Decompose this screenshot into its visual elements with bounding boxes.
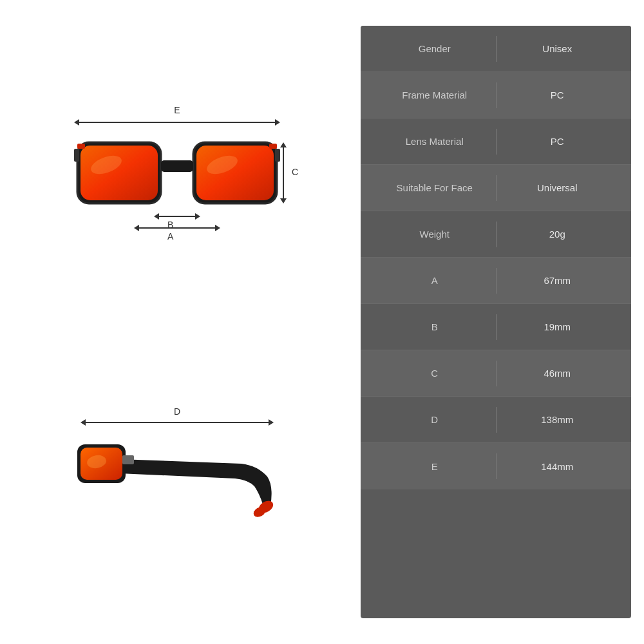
arrow-left-b xyxy=(154,213,159,220)
arrow-down xyxy=(280,198,287,204)
arrow-right-d xyxy=(269,419,274,426)
svg-rect-5 xyxy=(74,149,79,162)
glasses-front-svg xyxy=(68,123,287,226)
spec-label: Gender xyxy=(374,43,496,54)
arrow-left-a xyxy=(134,225,139,231)
spec-row-e: E 144mm xyxy=(361,443,631,489)
diagram-panel: E xyxy=(13,26,341,618)
spec-value: Universal xyxy=(497,182,619,193)
svg-rect-1 xyxy=(80,146,158,200)
spec-value: 67mm xyxy=(497,275,619,286)
svg-rect-3 xyxy=(196,146,274,200)
front-view-diagram: E xyxy=(19,119,335,245)
spec-row-c: C 46mm xyxy=(361,350,631,397)
spec-label: B xyxy=(374,321,496,332)
svg-rect-6 xyxy=(275,149,280,162)
label-c: C xyxy=(292,167,298,177)
spec-value: 144mm xyxy=(497,461,619,472)
svg-rect-8 xyxy=(269,144,277,149)
b-arrow xyxy=(154,213,200,220)
a-arrow xyxy=(134,225,220,231)
spec-label: E xyxy=(374,461,496,472)
spec-label: Weight xyxy=(374,229,496,240)
spec-value: PC xyxy=(497,90,619,100)
spec-value: 20g xyxy=(497,229,619,240)
spec-value: PC xyxy=(497,136,619,147)
spec-row-a: A 67mm xyxy=(361,258,631,304)
spec-value: 138mm xyxy=(497,414,619,425)
main-container: E xyxy=(13,26,631,618)
spec-value: 46mm xyxy=(497,368,619,379)
spec-row-gender: Gender Unisex xyxy=(361,26,631,72)
svg-rect-4 xyxy=(161,160,193,172)
spec-value: 19mm xyxy=(497,321,619,332)
spec-label: Suitable For Face xyxy=(374,182,496,193)
glasses-side-svg xyxy=(68,422,287,525)
arrow-left-d xyxy=(80,419,86,426)
spec-row-suitable-for-face: Suitable For Face Universal xyxy=(361,165,631,211)
c-arrow xyxy=(280,142,287,204)
arrow-right-a xyxy=(215,225,220,231)
spec-row-frame-material: Frame Material PC xyxy=(361,72,631,118)
arrow-right-b xyxy=(195,213,200,220)
spec-row-lens-material: Lens Material PC xyxy=(361,118,631,165)
side-view-diagram: D xyxy=(19,406,335,525)
spec-row-d: D 138mm xyxy=(361,397,631,443)
label-a-diagram: A xyxy=(167,231,173,242)
spec-label: Lens Material xyxy=(374,136,496,147)
label-e: E xyxy=(174,105,180,115)
svg-rect-7 xyxy=(77,144,85,149)
spec-row-b: B 19mm xyxy=(361,304,631,350)
label-d: D xyxy=(174,406,180,417)
spec-row-weight: Weight 20g xyxy=(361,211,631,258)
svg-rect-13 xyxy=(122,455,134,464)
spec-label: A xyxy=(374,275,496,286)
spec-value: Unisex xyxy=(497,43,619,54)
arrow-up xyxy=(280,142,287,147)
spec-label: Frame Material xyxy=(374,90,496,100)
spec-label: C xyxy=(374,368,496,379)
spec-label: D xyxy=(374,414,496,425)
specs-table: Gender Unisex Frame Material PC Lens Mat… xyxy=(361,26,631,618)
